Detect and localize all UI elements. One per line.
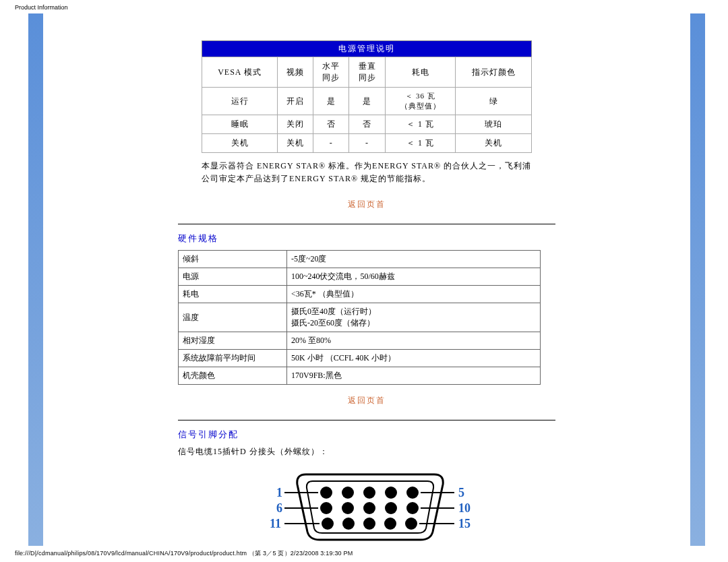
power-row-1: 睡眠 关闭 否 否 ＜ 1 瓦 琥珀 [202,115,532,134]
hw-row-2: 耗电<36瓦* （典型值） [179,286,541,303]
pin-label-11: 11 [270,517,281,530]
side-bar-right [690,13,705,546]
svg-point-11 [342,518,355,530]
power-th-0: VESA 模式 [202,57,278,88]
hw-row-4: 相对湿度20% 至80% [179,332,541,350]
pin-assign-title: 信号引脚分配 [178,429,555,441]
pin-label-5: 5 [458,486,464,499]
power-mgmt-table: 电源管理说明 VESA 模式 视频 水平 同步 垂直 同步 耗电 指示灯颜色 运… [202,40,532,153]
svg-point-14 [405,518,417,530]
power-table-header-row: VESA 模式 视频 水平 同步 垂直 同步 耗电 指示灯颜色 [202,57,532,88]
section-divider-2 [178,420,555,420]
svg-point-10 [322,518,334,530]
svg-point-4 [406,487,419,499]
page-header: Product Information [15,4,68,11]
svg-point-3 [385,487,397,499]
energystar-note: 本显示器符合 ENERGY STAR® 标准。作为ENERGY STAR® 的合… [202,160,532,185]
pin-label-6: 6 [276,501,282,515]
back-to-top-link[interactable]: 返回页首 [348,199,386,209]
svg-point-2 [363,487,375,499]
pin-label-10: 10 [458,501,471,515]
power-th-2: 水平 同步 [313,57,349,88]
pin-label-15: 15 [458,517,471,530]
svg-point-6 [342,502,354,514]
dsub-connector-diagram: 1 6 11 5 10 15 [178,464,555,546]
svg-point-7 [363,502,375,514]
side-bar-left [28,13,43,546]
back-to-top-link-2[interactable]: 返回页首 [348,396,386,405]
power-th-1: 视频 [278,57,313,88]
svg-point-13 [384,518,396,530]
pin-desc: 信号电缆15插针D 分接头（外螺纹）： [178,446,555,458]
section-divider [178,224,555,224]
hw-row-3: 温度摄氏0至40度（运行时） 摄氏-20至60度（储存） [179,303,541,332]
power-row-0: 运行 开启 是 是 ＜ 36 瓦 （典型值） 绿 [202,88,532,115]
svg-point-9 [406,502,419,514]
svg-point-1 [342,487,354,499]
power-th-5: 指示灯颜色 [456,57,532,88]
hw-spec-table: 倾斜-5度~20度 电源100~240伏交流电，50/60赫兹 耗电<36瓦* … [178,250,541,385]
page-footer: file:///D|/cdmanual/philips/08/170V9/lcd… [15,549,353,558]
svg-point-5 [320,502,332,514]
pin-label-1: 1 [276,486,282,499]
svg-point-0 [320,487,332,499]
hw-row-5: 系统故障前平均时间50K 小时 （CCFL 40K 小时） [179,350,541,367]
power-th-4: 耗电 [385,57,456,88]
power-th-3: 垂直 同步 [349,57,385,88]
content-area: 电源管理说明 VESA 模式 视频 水平 同步 垂直 同步 耗电 指示灯颜色 运… [43,13,690,546]
svg-point-12 [363,518,375,530]
power-row-2: 关机 关机 - - ＜ 1 瓦 关机 [202,134,532,153]
svg-point-8 [385,502,397,514]
hw-row-0: 倾斜-5度~20度 [179,251,541,268]
power-table-title: 电源管理说明 [202,41,532,57]
hw-spec-title: 硬件规格 [178,232,555,245]
hw-row-1: 电源100~240伏交流电，50/60赫兹 [179,268,541,286]
hw-row-6: 机壳颜色170V9FB:黑色 [179,367,541,385]
